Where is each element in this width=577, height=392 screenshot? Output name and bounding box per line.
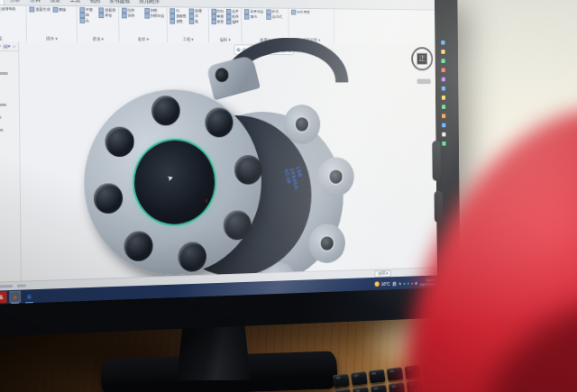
bezel-compass-logo: 正 [411,47,433,70]
tool-icon [122,14,127,19]
monitor: 正 45C238 (活动的) - Creo Parametric 文件模型分析注… [0,0,461,338]
ribbon: 用户定义特征复制几何收缩包络获取数据重新生成删除操作 ▾平面轴点坐标系草绘基准 … [0,5,435,45]
ribbon-group: 孔倒圆角倒角拔模壳筋工程 ▾ [168,7,209,42]
ribbon-button-修剪[interactable]: 修剪 [211,19,224,24]
keyboard-key [353,387,370,392]
ribbon-button-旋转[interactable]: 旋转 [122,14,142,19]
model-tree-item[interactable] [0,158,20,165]
lug-hole [214,67,230,84]
ribbon-button-草绘[interactable]: 草绘 [99,13,116,18]
model-tree-item[interactable]: XT [0,58,18,64]
tool-icon [170,19,176,24]
flange-bolt-hole[interactable] [205,107,233,137]
ribbon-tab-应用程序[interactable]: 应用程序 [135,0,164,6]
ribbon-tab-柔性建模[interactable]: 柔性建模 [105,0,134,6]
ribbon-tab-视图[interactable]: 视图 [86,0,105,5]
bezel-reflected-icon [441,41,444,45]
ribbon-button-点[interactable]: 点 [79,18,96,23]
model-tree-item[interactable] [0,64,19,70]
plate-lobe-hole[interactable] [296,117,308,131]
bezel-reflected-icon [442,96,445,100]
keyboard-key [351,371,368,386]
ribbon-tab-工具[interactable]: 工具 [66,0,85,5]
bezel-reflected-icon [442,77,445,82]
keyboard-key [371,384,388,392]
selection-filter-dropdown[interactable]: 全部 ▾ [375,269,391,277]
bezel-reflected-icon [442,87,445,91]
tray-app2-icon[interactable]: ● [407,280,409,286]
tray-app1-icon[interactable]: ● [403,280,406,286]
weather-temp: 16°C [381,281,390,287]
ribbon-button-偏移[interactable]: 偏移 [226,19,239,24]
tray-expand-icon[interactable]: ∧ [398,280,401,286]
ribbon-button-重新生成[interactable]: 重新生成 [30,7,50,13]
tree-filter-icon[interactable]: T▾ [0,43,1,49]
ribbon-button-扫描混合[interactable]: 扫描混合 [144,14,164,19]
bezel-reflected-icon [442,141,445,146]
flange-bolt-hole[interactable] [151,96,180,125]
ribbon-button-筋[interactable]: 筋 [189,19,206,24]
tool-icon [79,18,85,23]
keyboard-key [334,388,352,392]
creo-application-window: 45C238 (活动的) - Creo Parametric 文件模型分析注释渲… [0,0,437,305]
ribbon-tab-模型[interactable]: 模型 [0,0,5,5]
bezel-icon-strip [441,41,447,182]
ribbon-group: 拉伸旋转扫描扫描混合形状 ▾ [119,7,168,42]
model-tree-item[interactable] [0,70,19,77]
bezel-reflected-icon [441,59,444,63]
ribbon-group: 平面轴点坐标系草绘基准 ▾ [77,6,119,42]
ribbon-button-删除[interactable]: 删除 [53,7,74,13]
selection-annotation: ¡ [206,197,207,203]
ribbon-group: 重新生成删除操作 ▾ [27,5,78,41]
tray-app3-icon[interactable]: ● [411,280,414,286]
tree-settings-icon[interactable]: ▤▾ [4,43,11,49]
bezel-label [417,79,430,85]
tool-icon [291,10,296,15]
keyboard-key [387,367,404,381]
tool-icon [266,14,270,20]
image-viewer-icon[interactable]: ▣ [23,290,35,302]
tool-icon [189,19,195,24]
bezel-reflected-icon [442,123,445,128]
ribbon-group-label[interactable]: 获取数据 [0,35,23,41]
tool-icon [30,7,35,13]
keyboard-key [333,373,350,387]
ribbon-tab-分析[interactable]: 分析 [5,0,25,5]
model-tree-item[interactable] [0,51,18,58]
ribbon-group: 用户定义特征复制几何收缩包络获取数据 [0,5,27,42]
ribbon-button-倒角[interactable]: 倒角 [170,19,187,24]
tree-search-icon[interactable]: ⌕ [13,43,15,50]
tool-icon [244,14,249,20]
graphics-area[interactable]: T▾ ▤▾ ⌕ XTDYS_DEF ⊕⊖◻↻◫▱⚑+▤◉ 1SE10X45A5C… [0,41,437,284]
bezel-reflection-bar [435,191,444,223]
ribbon-button-填充[interactable]: 填充 [244,14,263,20]
model-tree-toolbar: T▾ ▤▾ ⌕ [0,41,18,51]
ribbon-button-元件界面[interactable]: 元件界面 [291,10,310,15]
tool-icon [211,19,216,24]
bezel-reflected-icon [441,50,444,54]
autocad-icon[interactable]: A [0,291,7,303]
active-app-icon[interactable]: ◉ [9,291,21,303]
security-shield-icon[interactable]: ◆ [415,279,417,285]
bezel-reflection-bar [432,141,441,181]
tool-icon [53,7,59,13]
bezel-reflected-icon [442,114,445,118]
weather-condition: 霾 [392,280,396,286]
weather-icon[interactable] [374,281,379,287]
tool-icon [226,19,232,24]
bezel-reflected-icon [442,105,445,109]
tool-icon [144,14,150,19]
model-tree-panel: T▾ ▤▾ ⌕ XTDYS_DEF [0,41,22,284]
tool-icon [99,13,105,18]
ribbon-tab-渲染[interactable]: 渲染 [46,0,65,5]
model-top-lug[interactable] [206,55,261,101]
ribbon-button-收缩包络[interactable]: 收缩包络 [0,6,23,12]
keyboard-key [369,369,386,384]
ribbon-tab-注释[interactable]: 注释 [25,0,44,5]
bezel-reflected-icon [442,132,445,137]
bezel-reflected-icon [442,68,445,73]
ribbon-button-自由式[interactable]: 自由式 [266,14,285,20]
